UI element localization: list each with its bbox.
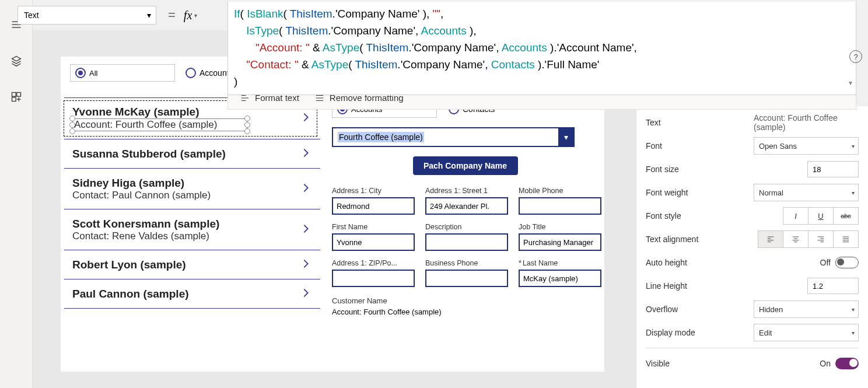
contacts-gallery[interactable]: Yvonne McKay (sample)Account: Fourth Cof…: [61, 97, 320, 372]
formula-bar[interactable]: If( IsBlank( ThisItem.'Company Name' ), …: [228, 2, 856, 95]
field-input[interactable]: [425, 233, 508, 251]
gallery-item[interactable]: Scott Konersmann (sample)Contact: Rene V…: [61, 209, 320, 250]
svg-rect-1: [16, 93, 20, 97]
select-value: Hidden: [759, 305, 783, 314]
field-label: First Name: [332, 223, 415, 231]
field-input[interactable]: [519, 197, 601, 215]
autoheight-toggle[interactable]: Off: [820, 257, 859, 268]
item-subtitle: Contact: Rene Valdes (sample): [72, 230, 291, 242]
radio-label: All: [89, 69, 97, 78]
radio-accounts[interactable]: Accounts: [186, 68, 233, 78]
field-label: Address 1: ZIP/Po...: [332, 259, 415, 267]
prop-label: Text alignment: [646, 235, 698, 244]
fontsize-input[interactable]: [807, 161, 859, 177]
field-label: *Last Name: [519, 259, 601, 267]
item-subtitle: Contact: Paul Cannon (sample): [72, 190, 291, 201]
prop-label: Auto height: [646, 258, 687, 267]
svg-rect-2: [12, 97, 16, 102]
form-field: Description: [425, 223, 508, 251]
field-input[interactable]: Redmond: [332, 197, 415, 215]
lineheight-input[interactable]: [807, 278, 859, 294]
radio-all[interactable]: All: [70, 64, 175, 82]
align-right-button[interactable]: [808, 230, 834, 248]
properties-panel: Text Account: Fourth Coffee (sample) Fon…: [636, 106, 868, 388]
chevron-right-icon[interactable]: [299, 222, 312, 237]
form-field: Business Phone: [425, 259, 508, 287]
field-label: Address 1: City: [332, 187, 415, 195]
fontweight-select[interactable]: Normal▾: [754, 184, 859, 201]
prop-label: Display mode: [646, 328, 695, 337]
align-justify-button[interactable]: [833, 230, 859, 248]
layers-icon[interactable]: [5, 49, 28, 72]
chevron-down-icon[interactable]: ▾: [849, 75, 852, 91]
property-selector[interactable]: Text ▾: [18, 6, 156, 25]
form-field: Address 1: CityRedmond: [332, 187, 415, 215]
field-input[interactable]: [425, 270, 508, 287]
field-input[interactable]: 249 Alexander Pl.: [425, 197, 508, 215]
select-value: Edit: [759, 328, 772, 337]
toggle-label: On: [820, 359, 831, 368]
field-input[interactable]: [332, 270, 415, 287]
prop-label: Overflow: [646, 305, 678, 314]
field-input[interactable]: Yvonne: [332, 233, 415, 251]
prop-lineheight: Line Height: [646, 274, 859, 298]
item-title: Scott Konersmann (sample): [72, 218, 291, 230]
prop-label: Font weight: [646, 188, 688, 197]
account-dropdown[interactable]: Fourth Coffee (sample) ▾: [332, 127, 575, 147]
overflow-select[interactable]: Hidden▾: [754, 300, 859, 318]
field-label: Business Phone: [425, 259, 508, 267]
strike-button[interactable]: abc: [833, 207, 859, 225]
form-fields: Address 1: CityRedmondAddress 1: Street …: [332, 187, 598, 287]
form-field: Job TitlePurchasing Manager: [519, 223, 601, 251]
gallery-item[interactable]: Paul Cannon (sample): [61, 279, 320, 309]
form-field: Address 1: ZIP/Po...: [332, 259, 415, 287]
select-value: Open Sans: [759, 142, 797, 151]
prop-label: Visible: [646, 359, 670, 368]
fx-icon[interactable]: fx: [184, 9, 192, 22]
field-value: Account: Fourth Coffee (sample): [332, 307, 598, 316]
chevron-down-icon[interactable]: ▾: [194, 12, 197, 19]
displaymode-select[interactable]: Edit▾: [754, 324, 859, 341]
prop-value[interactable]: Account: Fourth Coffee (sample): [754, 113, 859, 132]
insert-icon[interactable]: [5, 85, 28, 109]
visible-toggle[interactable]: On: [820, 358, 859, 369]
italic-button[interactable]: I: [783, 207, 808, 225]
item-title: Robert Lyon (sample): [72, 258, 291, 271]
help-icon[interactable]: ?: [849, 50, 862, 63]
align-left-button[interactable]: [758, 230, 783, 248]
property-selector-label: Text: [24, 11, 39, 20]
chevron-right-icon[interactable]: [299, 257, 312, 272]
customer-name-card: Customer Name Account: Fourth Coffee (sa…: [332, 296, 598, 316]
align-segment: [758, 230, 859, 248]
form-panel: Accounts Contacts Fourth Coffee (sample)…: [332, 97, 598, 372]
patch-button[interactable]: Pach Company Name: [413, 156, 518, 175]
left-rail: [0, 0, 33, 388]
chevron-down-icon: ▾: [852, 190, 855, 196]
prop-overflow: Overflow Hidden▾: [646, 298, 859, 321]
gallery-item[interactable]: Susanna Stubberod (sample): [61, 139, 320, 169]
form-field: Mobile Phone: [519, 187, 601, 215]
chevron-right-icon[interactable]: [299, 111, 312, 126]
field-label: Mobile Phone: [519, 187, 601, 195]
prop-displaymode: Display mode Edit▾: [646, 321, 859, 344]
gallery-item[interactable]: Robert Lyon (sample): [61, 250, 320, 279]
chevron-down-icon: ▾: [852, 143, 855, 149]
toggle-off-icon: [835, 257, 859, 268]
font-select[interactable]: Open Sans▾: [754, 137, 859, 155]
underline-button[interactable]: U: [808, 207, 834, 225]
chevron-right-icon[interactable]: [299, 146, 312, 162]
chevron-down-icon: ▾: [852, 306, 855, 313]
chevron-down-icon: ▾: [852, 330, 855, 336]
align-center-button[interactable]: [783, 230, 808, 248]
chevron-down-icon: ▾: [147, 11, 151, 20]
equals-sign: =: [168, 8, 176, 23]
svg-rect-0: [12, 93, 16, 97]
chevron-right-icon[interactable]: [299, 286, 312, 302]
chevron-right-icon[interactable]: [299, 181, 312, 197]
gallery-item[interactable]: Sidney Higa (sample)Contact: Paul Cannon…: [61, 169, 320, 209]
field-input[interactable]: McKay (sample): [519, 270, 601, 287]
item-title: Sidney Higa (sample): [72, 177, 291, 190]
field-input[interactable]: Purchasing Manager: [519, 233, 601, 251]
item-title: Paul Cannon (sample): [72, 288, 291, 300]
form-field: Address 1: Street 1249 Alexander Pl.: [425, 187, 508, 215]
